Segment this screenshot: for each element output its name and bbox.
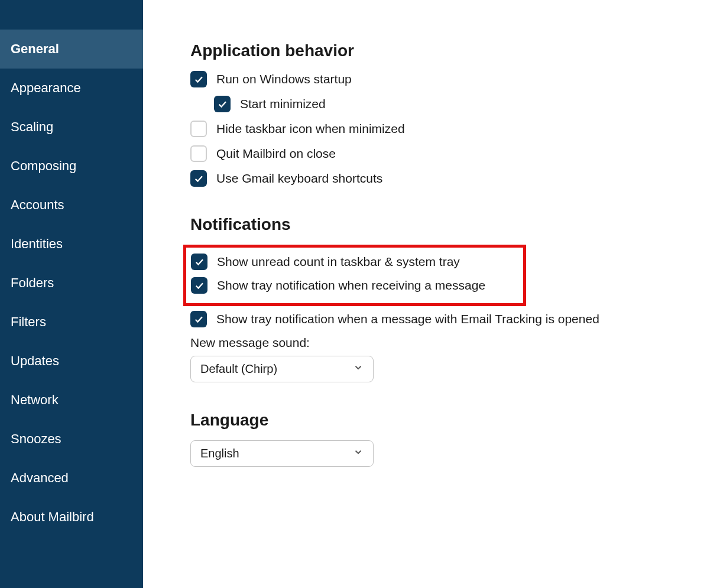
section-notifications: Notifications Show unread count in taskb… bbox=[190, 215, 673, 382]
checkbox-label: Show tray notification when a message wi… bbox=[216, 312, 599, 326]
checkbox-label: Show unread count in taskbar & system tr… bbox=[217, 255, 460, 269]
sidebar-item-advanced[interactable]: Advanced bbox=[0, 459, 143, 498]
section-application-behavior: Application behavior Run on Windows star… bbox=[190, 41, 673, 187]
checkbox-icon[interactable] bbox=[214, 96, 231, 112]
checkbox-label: Start minimized bbox=[240, 97, 326, 111]
sidebar-item-identities[interactable]: Identities bbox=[0, 225, 143, 264]
sidebar-item-network[interactable]: Network bbox=[0, 381, 143, 420]
checkbox-icon[interactable] bbox=[190, 145, 207, 162]
new-message-sound-select[interactable]: Default (Chirp) bbox=[190, 356, 374, 382]
checkbox-icon[interactable] bbox=[190, 121, 207, 137]
sidebar-item-folders[interactable]: Folders bbox=[0, 264, 143, 303]
sidebar-item-snoozes[interactable]: Snoozes bbox=[0, 420, 143, 459]
sidebar-item-scaling[interactable]: Scaling bbox=[0, 108, 143, 147]
sidebar-item-general[interactable]: General bbox=[0, 30, 143, 69]
option-hide-taskbar-icon[interactable]: Hide taskbar icon when minimized bbox=[190, 121, 673, 137]
option-start-minimized[interactable]: Start minimized bbox=[214, 96, 673, 112]
option-quit-on-close[interactable]: Quit Mailbird on close bbox=[190, 145, 673, 162]
language-select[interactable]: English bbox=[190, 440, 374, 467]
new-message-sound-label: New message sound: bbox=[190, 336, 673, 350]
checkbox-label: Hide taskbar icon when minimized bbox=[216, 122, 405, 136]
highlight-annotation: Show unread count in taskbar & system tr… bbox=[183, 245, 526, 306]
checkbox-icon[interactable] bbox=[191, 254, 207, 270]
option-show-tray-tracking[interactable]: Show tray notification when a message wi… bbox=[190, 311, 673, 327]
sidebar-item-filters[interactable]: Filters bbox=[0, 303, 143, 342]
checkbox-icon[interactable] bbox=[190, 170, 207, 187]
checkbox-icon[interactable] bbox=[191, 277, 207, 294]
chevron-down-icon bbox=[353, 362, 364, 376]
settings-content: Application behavior Run on Windows star… bbox=[143, 0, 720, 588]
checkbox-label: Show tray notification when receiving a … bbox=[217, 278, 485, 293]
checkbox-label: Run on Windows startup bbox=[216, 72, 352, 86]
sidebar-item-accounts[interactable]: Accounts bbox=[0, 186, 143, 225]
section-language: Language English bbox=[190, 411, 673, 467]
option-run-on-startup[interactable]: Run on Windows startup bbox=[190, 71, 673, 87]
chevron-down-icon bbox=[353, 447, 364, 460]
checkbox-label: Quit Mailbird on close bbox=[216, 147, 336, 161]
settings-sidebar: General Appearance Scaling Composing Acc… bbox=[0, 0, 143, 588]
select-value: Default (Chirp) bbox=[200, 362, 277, 376]
section-title: Application behavior bbox=[190, 41, 673, 60]
option-gmail-shortcuts[interactable]: Use Gmail keyboard shortcuts bbox=[190, 170, 673, 187]
option-show-tray-receive[interactable]: Show tray notification when receiving a … bbox=[191, 277, 518, 294]
section-title: Language bbox=[190, 411, 673, 430]
sidebar-item-updates[interactable]: Updates bbox=[0, 342, 143, 381]
sidebar-item-appearance[interactable]: Appearance bbox=[0, 69, 143, 108]
checkbox-icon[interactable] bbox=[190, 71, 207, 87]
sidebar-item-composing[interactable]: Composing bbox=[0, 147, 143, 186]
sidebar-item-about[interactable]: About Mailbird bbox=[0, 498, 143, 537]
checkbox-icon[interactable] bbox=[190, 311, 207, 327]
select-value: English bbox=[200, 447, 239, 460]
option-show-unread-count[interactable]: Show unread count in taskbar & system tr… bbox=[191, 254, 518, 270]
section-title: Notifications bbox=[190, 215, 673, 234]
checkbox-label: Use Gmail keyboard shortcuts bbox=[216, 171, 382, 186]
